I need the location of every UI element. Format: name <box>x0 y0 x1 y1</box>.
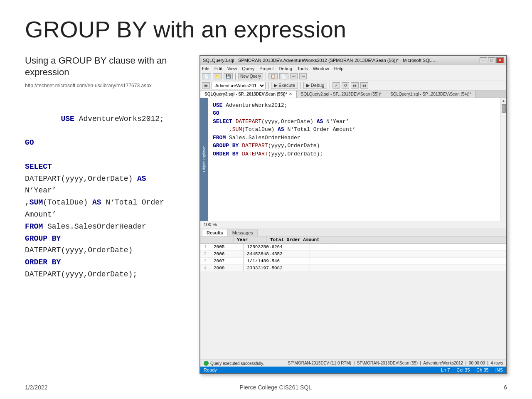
sql-line-4: ,SUM(TotalDue) AS N‘Total Order Amount’ <box>213 126 495 134</box>
zoom-level[interactable]: 100 % <box>204 222 217 227</box>
scrollbar-thumb[interactable] <box>502 104 506 113</box>
ssms-window-container: SQLQuery3.sql - SPMORAN-2013DEV.Adventur… <box>200 55 507 374</box>
row2-num: 2 <box>200 251 210 257</box>
separator-4 <box>300 82 301 89</box>
sql-line-7: ORDER BY DATEPART(yyyy,OrderDate); <box>213 150 495 158</box>
toolbar-open[interactable]: 📁 <box>213 73 222 79</box>
status-time: 00:00:00 <box>469 361 485 365</box>
menu-file[interactable]: File <box>202 66 209 71</box>
menu-window[interactable]: Window <box>313 66 329 71</box>
tab-query1[interactable]: SQLQuery1.sql - SP...2013DEV\Sean (54))* <box>386 91 475 98</box>
editor-area: Object Explorer USE AdventureWorks2012; … <box>200 98 506 221</box>
toolbar-parse[interactable]: ↺ <box>342 82 349 89</box>
header-amount: Total Order Amount <box>267 236 333 243</box>
menu-debug[interactable]: Debug <box>279 66 292 71</box>
row4-amount: 23333197.5082 <box>244 265 310 271</box>
status-ch: Ch 35 <box>476 367 488 372</box>
messages-tab[interactable]: Messages <box>228 229 258 236</box>
ssms-statusbar: Ready Ln 7 Col 35 Ch 35 INS <box>200 367 506 373</box>
status-rows: 4 rows <box>491 361 503 365</box>
separator-1 <box>235 73 236 80</box>
zoom-bar: 100 % <box>200 221 506 228</box>
sql-line-2: GO <box>213 109 495 118</box>
row3-year: 2007 <box>210 258 244 264</box>
menu-query[interactable]: Query <box>242 66 254 71</box>
row2-year: 2006 <box>210 251 244 257</box>
query-status-text: Query executed successfully. <box>210 361 264 366</box>
query-status: Query executed successfully. <box>204 361 264 366</box>
toolbar-new[interactable]: 📄 <box>202 73 211 79</box>
ssms-toolbar2: ☰ AdventureWorks2012 ▶ Execute ▶ Debug ✓… <box>200 81 506 91</box>
execute-button[interactable]: ▶ Execute <box>271 82 298 89</box>
footer-date: 1/2/2022 <box>25 384 48 391</box>
separator-2 <box>266 73 266 80</box>
maximize-button[interactable]: □ <box>488 57 495 63</box>
status-col: Col 35 <box>457 367 470 372</box>
toolbar-copy[interactable]: 📋 <box>268 73 278 79</box>
tab3-close[interactable]: ✕ <box>289 92 292 96</box>
query-exec-bar: Query executed successfully. SP\MORAN-20… <box>200 360 506 367</box>
tab-query2[interactable]: SQLQuery2.sql - SP...2013DEV\Sean (55))* <box>297 91 386 98</box>
menu-view[interactable]: View <box>227 66 237 71</box>
subtitle: Using a GROUP BY clause with an expressi… <box>25 55 183 79</box>
row3-num: 3 <box>200 258 210 264</box>
ssms-window: SQLQuery3.sql - SPMORAN-2013DEV.Adventur… <box>200 55 507 374</box>
sql-line-3: SELECT DATEPART(yyyy,OrderDate) AS N‘Yea… <box>213 118 495 126</box>
close-button[interactable]: ✕ <box>496 57 504 63</box>
results-tabs: Results Messages <box>200 228 506 236</box>
row3-amount: 1/1/1489.546 <box>244 258 310 264</box>
toolbar-checkmark[interactable]: ✓ <box>332 82 340 89</box>
toolbar-obj-explorer[interactable]: ☰ <box>202 82 210 89</box>
ssms-menubar: File Edit View Query Project Debug Tools… <box>200 65 506 72</box>
sidebar-panel[interactable]: Object Explorer <box>200 98 208 221</box>
results-header-row: Year Total Order Amount <box>200 236 506 244</box>
slide-title: GROUP BY with an expression <box>25 17 507 42</box>
toolbar-undo[interactable]: ↩ <box>290 73 298 79</box>
sql-editor[interactable]: USE AdventureWorks2012; GO SELECT DATEPA… <box>208 98 500 221</box>
row4-year: 2008 <box>210 265 244 271</box>
toolbar-paste[interactable]: 📄 <box>279 73 288 79</box>
debug-button[interactable]: ▶ Debug <box>303 82 327 89</box>
row2-amount: 34453848.4353 <box>244 251 310 257</box>
toolbar-newquery[interactable]: New Query <box>238 73 263 79</box>
header-year: Year <box>234 236 267 243</box>
toolbar-results[interactable]: ☷ <box>360 82 368 89</box>
separator-3 <box>268 82 268 89</box>
toolbar-save[interactable]: 💾 <box>224 73 233 79</box>
status-ins: INS <box>495 367 503 372</box>
footer-center: Pierce College CIS261 SQL <box>240 384 312 391</box>
status-ln: Ln 7 <box>441 367 450 372</box>
scrollbar-up-arrow[interactable]: ▲ <box>501 98 506 103</box>
menu-help[interactable]: Help <box>334 66 344 71</box>
row1-amount: 12593250.6264 <box>244 244 310 250</box>
footer-page: 6 <box>504 384 507 391</box>
row1-num: 1 <box>200 244 210 250</box>
toolbar-format[interactable]: ☷ <box>351 82 359 89</box>
window-controls: ─ □ ✕ <box>480 57 504 63</box>
tab2-label: SQLQuery2.sql - SP...2013DEV\Sean (55))* <box>301 92 382 96</box>
status-user: SP\MORAN-2013DEV\Sean (55) <box>357 361 418 365</box>
toolbar-redo[interactable]: ↪ <box>299 73 307 79</box>
content-row: Using a GROUP BY clause with an expressi… <box>25 55 507 374</box>
url-link: http://technet.microsoft.com/en-us/libra… <box>25 83 183 89</box>
result-row-3: 3 2007 1/1/1489.546 <box>200 258 506 265</box>
results-tab[interactable]: Results <box>202 229 228 236</box>
menu-edit[interactable]: Edit <box>214 66 222 71</box>
minimize-button[interactable]: ─ <box>480 57 487 63</box>
menu-tools[interactable]: Tools <box>297 66 308 71</box>
sql-line-6: GROUP BY DATEPART(yyyy,OrderDate) <box>213 142 495 150</box>
slide-footer: 1/2/2022 Pierce College CIS261 SQL 6 <box>25 384 507 391</box>
row1-year: 2005 <box>210 244 244 250</box>
query-success-icon <box>204 361 209 366</box>
database-selector[interactable]: AdventureWorks2012 <box>212 82 266 89</box>
status-server: SP\MORAN-2013DEV (11.0 RTM) <box>288 361 351 365</box>
results-grid: Year Total Order Amount 1 2005 12593250.… <box>200 236 506 360</box>
menu-project[interactable]: Project <box>259 66 273 71</box>
status-db: AdventureWorks2012 <box>423 361 463 365</box>
result-row-4: 4 2008 23333197.5082 <box>200 265 506 272</box>
separator-5 <box>330 82 330 89</box>
editor-scrollbar[interactable]: ▲ <box>500 98 506 221</box>
tab-query3[interactable]: SQLQuery3.sql - SP...2013DEV\Sean (55))*… <box>200 91 297 98</box>
result-row-1: 1 2005 12593250.6264 <box>200 244 506 251</box>
result-row-2: 2 2006 34453848.4353 <box>200 251 506 258</box>
